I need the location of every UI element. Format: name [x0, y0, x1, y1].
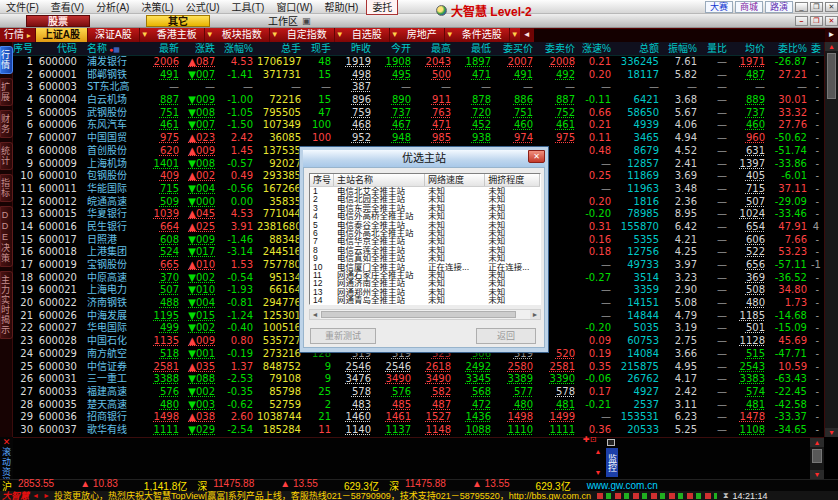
- monitor-down-icon[interactable]: ▼: [593, 469, 603, 476]
- other-button[interactable]: 其它: [146, 15, 210, 27]
- dialog-hscrollbar[interactable]: ◄ ►: [309, 309, 541, 320]
- menu-item-7[interactable]: 帮助(H): [318, 2, 364, 13]
- tab-market-1[interactable]: 香港主板: [150, 28, 205, 42]
- table-row[interactable]: 1600000浦发银行2006▲0874.5317061974819191908…: [13, 56, 824, 69]
- table-row[interactable]: 30600037歌华有线1111▼029-2.54185284111140113…: [13, 424, 824, 437]
- close-icon[interactable]: ✕: [825, 2, 838, 12]
- scroll-down-icon[interactable]: ▼: [825, 428, 838, 437]
- server-col-0[interactable]: 序号: [310, 174, 334, 186]
- server-row[interactable]: 8电信云莲全推主站未知未知: [310, 246, 540, 254]
- menu-item-2[interactable]: 分析(A): [90, 2, 135, 13]
- stock-button[interactable]: 股票: [26, 15, 90, 27]
- site-link[interactable]: www.gw.com.cn: [587, 480, 658, 491]
- column-header-open[interactable]: 今开: [375, 42, 415, 55]
- scroll-up-icon[interactable]: ▲: [825, 42, 838, 51]
- server-row[interactable]: 13网通郑州全推主站未知未知: [310, 288, 540, 296]
- column-header-diff[interactable]: 委: [811, 42, 823, 55]
- news-scrollbar-thumb[interactable]: [812, 449, 822, 463]
- server-row[interactable]: 10电信厦门全推主站正在连接...正在连接...: [310, 263, 540, 271]
- minimize-icon[interactable]: _: [795, 2, 808, 12]
- tab-scroll-left-icon[interactable]: ◄: [520, 28, 534, 42]
- dialog-titlebar[interactable]: 优选主站 ✕: [303, 150, 545, 167]
- column-header-vol[interactable]: 总手: [257, 42, 305, 55]
- tab-market-2[interactable]: 板块指数: [215, 28, 270, 42]
- column-header-pct[interactable]: 涨幅%: [219, 42, 257, 55]
- sidebar-tab-2[interactable]: 财务: [0, 110, 13, 138]
- tab-market-4[interactable]: 自选股: [345, 28, 390, 42]
- child-minimize-icon[interactable]: –: [795, 16, 808, 26]
- menu-item-0[interactable]: 文件(F): [0, 2, 45, 13]
- scrollbar-thumb[interactable]: [827, 53, 836, 99]
- column-header-high[interactable]: 最高: [415, 42, 455, 55]
- server-row[interactable]: 5电信泰谷全推主站未知未知: [310, 221, 540, 229]
- server-row[interactable]: 3电信东莞全推主站未知未知: [310, 204, 540, 212]
- column-header-amount[interactable]: 总额: [615, 42, 663, 55]
- tab-scroll-right-icon[interactable]: ►: [825, 28, 838, 42]
- server-col-2[interactable]: 网络速度: [425, 174, 485, 186]
- server-list[interactable]: 序号主站名称网络速度拥挤程度1电信北艾全推主站未知未知2电信北园全推主站未知未知…: [309, 173, 541, 305]
- tab-market-5[interactable]: 房地产: [400, 28, 445, 42]
- news-close-icon[interactable]: ✕: [0, 437, 13, 447]
- server-row[interactable]: 12网通济南全推主站未知未知: [310, 279, 540, 287]
- server-row[interactable]: 14网通青岛全推主站未知未知: [310, 296, 540, 304]
- tab-sh-a[interactable]: 上证A股: [36, 28, 88, 42]
- column-header-prev[interactable]: 昨收: [335, 42, 375, 55]
- column-header-low[interactable]: 最低: [455, 42, 495, 55]
- column-header-avg[interactable]: 均价: [731, 42, 769, 55]
- table-row[interactable]: 4600004白云机场887▼009-1.0072216158968909118…: [13, 94, 824, 107]
- table-row[interactable]: 2600001邯郸钢铁491▼007-1.4137173115498495500…: [13, 69, 824, 82]
- column-header-change[interactable]: 涨跌: [183, 42, 219, 55]
- workspace-icon[interactable]: ▣: [302, 16, 311, 26]
- news-scroll-down-icon[interactable]: ▼: [810, 470, 824, 479]
- titlebar-button-1[interactable]: 商城: [735, 1, 763, 13]
- table-row[interactable]: 25600030中信证券2581▲0351.378487529254625462…: [13, 361, 824, 374]
- news-scroll-up-icon[interactable]: ▲: [810, 438, 824, 447]
- server-col-1[interactable]: 主站名称: [334, 174, 425, 186]
- sidebar-tab-0[interactable]: 行情: [0, 46, 13, 74]
- server-row[interactable]: 7电信华京全推主站未知未知: [310, 237, 540, 245]
- column-header-ratio[interactable]: 委比%: [769, 42, 811, 55]
- sidebar-tab-5[interactable]: DDE决策: [0, 206, 13, 267]
- menu-item-6[interactable]: 窗口(W): [270, 2, 318, 13]
- column-header-idx[interactable]: 序号: [13, 42, 37, 55]
- column-header-code[interactable]: 代码: [37, 42, 81, 55]
- dialog-close-icon[interactable]: ✕: [528, 150, 545, 163]
- menu-item-1[interactable]: 查看(V): [45, 2, 90, 13]
- column-header-qratio[interactable]: 量比: [701, 42, 731, 55]
- monitor-up-icon[interactable]: ▲: [593, 448, 603, 455]
- hscroll-left-icon[interactable]: ◄: [310, 310, 320, 319]
- table-row[interactable]: 27600033福建高速576▼002-0.358579825578576582…: [13, 386, 824, 399]
- restore-icon[interactable]: ❐: [810, 2, 823, 12]
- server-row[interactable]: 6电信外高北全推主站未知未知: [310, 229, 540, 237]
- server-row[interactable]: 2电信北园全推主站未知未知: [310, 195, 540, 203]
- menu-item-4[interactable]: 公式(U): [180, 2, 226, 13]
- table-row[interactable]: 29600036招商银行1498▲0382.601038744211460146…: [13, 411, 824, 424]
- table-row[interactable]: 6600006东风汽车461▼007-1.5010734910046846747…: [13, 119, 824, 132]
- server-row[interactable]: 11网通石家庄全推主站未知未知: [310, 271, 540, 279]
- table-row[interactable]: 3600003ST东北高—————387———————————-: [13, 81, 824, 94]
- column-header-last[interactable]: 最新: [143, 42, 183, 55]
- hscroll-right-icon[interactable]: ►: [530, 310, 540, 319]
- column-header-name[interactable]: 名称 ●▦: [81, 42, 143, 55]
- column-header-cur[interactable]: 现手: [305, 42, 335, 55]
- titlebar-button-2[interactable]: 路演: [765, 1, 793, 13]
- hscroll-thumb[interactable]: [321, 311, 516, 318]
- table-row[interactable]: 7600007中国国贸975▲0232.42360851009529489859…: [13, 132, 824, 145]
- sidebar-tab-3[interactable]: 统计: [0, 142, 13, 170]
- server-row[interactable]: 1电信北艾全推主站未知未知: [310, 187, 540, 195]
- retest-button[interactable]: 重新测试: [310, 328, 376, 344]
- menu-item-3[interactable]: 决策(L): [135, 2, 179, 13]
- sidebar-tab-1[interactable]: 扩展: [0, 78, 13, 106]
- tab-market-0[interactable]: 深证A股: [88, 28, 140, 42]
- column-header-ask[interactable]: 委卖价: [537, 42, 579, 55]
- back-button[interactable]: 返回: [476, 328, 536, 344]
- ticker-next-icon[interactable]: ►: [43, 492, 50, 499]
- titlebar-button-0[interactable]: 大赛: [705, 1, 733, 13]
- table-row[interactable]: 26600031三一重工3388▼088-2.53791089347634903…: [13, 373, 824, 386]
- tab-market-6[interactable]: 条件选股: [455, 28, 510, 42]
- server-row[interactable]: 9电信真如全推主站未知未知: [310, 254, 540, 262]
- server-row[interactable]: 4电信外高桥全推主站未知未知: [310, 212, 540, 220]
- monitor-window-icon[interactable]: [607, 439, 615, 446]
- menu-item-5[interactable]: 工具(T): [226, 2, 271, 13]
- child-restore-icon[interactable]: ❐: [810, 16, 823, 26]
